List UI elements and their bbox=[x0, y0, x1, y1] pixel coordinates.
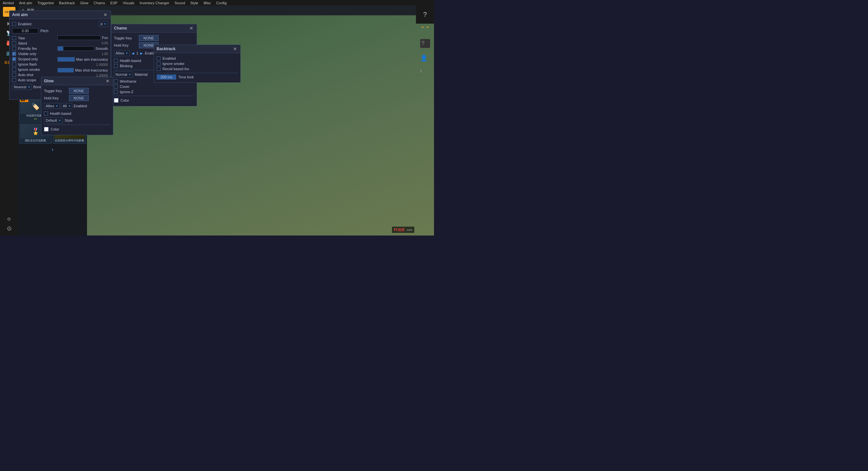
max-shot-fill bbox=[58, 68, 73, 72]
allies-label: Allies bbox=[116, 51, 124, 55]
blinking-checkbox[interactable] bbox=[114, 64, 118, 68]
menu-item-backtrack[interactable]: Backtrack bbox=[58, 1, 76, 5]
glow-allies-row: Allies ▼ All ▼ Enabled bbox=[44, 103, 110, 109]
max-shot-slider[interactable] bbox=[57, 68, 74, 72]
glow-default-label: Default bbox=[45, 119, 57, 122]
backtrack-window: Backtrack ✕ Enabled Ignore smoke Recoil … bbox=[154, 44, 241, 83]
max-aim-fill bbox=[58, 57, 74, 61]
user-icon[interactable]: 👤 bbox=[420, 55, 430, 62]
sidebar-power-icon[interactable]: ⏻ bbox=[3, 224, 15, 233]
scroll-right-arrow[interactable]: › bbox=[52, 146, 54, 153]
menu-item-inventory-changer[interactable]: Inventory Changer bbox=[138, 1, 171, 5]
yaw-checkbox[interactable] bbox=[12, 36, 16, 40]
glow-allies-dropdown[interactable]: Allies ▼ bbox=[44, 103, 60, 109]
recoil-fov-checkbox[interactable] bbox=[157, 67, 160, 71]
menu-item-aimbot[interactable]: Aimbot bbox=[1, 1, 15, 5]
glow-hold-key-button[interactable]: NONE bbox=[69, 95, 89, 101]
glow-style-dropdown[interactable]: Default ▼ bbox=[44, 117, 63, 123]
question-circle-icon[interactable]: ? bbox=[420, 39, 430, 48]
fov-slider[interactable] bbox=[57, 35, 101, 40]
color-swatch[interactable] bbox=[114, 98, 119, 103]
silent-checkbox[interactable] bbox=[12, 41, 16, 45]
backtrack-ignore-smoke-checkbox[interactable] bbox=[157, 62, 160, 66]
rank-icon[interactable]: ⌃⌃ bbox=[420, 25, 430, 32]
menu-item-anti-aim[interactable]: Anti aim bbox=[18, 1, 33, 5]
friendly-fire-label: Friendly fire bbox=[18, 46, 37, 51]
scoped-only-checkbox[interactable] bbox=[12, 57, 16, 61]
glow-close-button[interactable]: ✕ bbox=[105, 78, 110, 83]
chams-toggle-key-row: Toggle Key NONE bbox=[114, 35, 194, 41]
glow-all-label: All bbox=[63, 104, 67, 108]
next-arrow-button[interactable]: ▶ bbox=[140, 52, 143, 55]
max-aim-value: 1.00000 bbox=[57, 63, 108, 67]
antiaim-close-button[interactable]: ✕ bbox=[103, 12, 108, 18]
pitch-label: Pitch bbox=[40, 29, 48, 33]
menu-item-style[interactable]: Style bbox=[189, 1, 199, 5]
color-label: Color bbox=[121, 98, 129, 102]
right-icons: ⌃⌃ ? 👤 ℹ bbox=[420, 25, 430, 73]
ignore-smoke-checkbox[interactable] bbox=[12, 68, 16, 71]
glow-style-arrow-icon: ▼ bbox=[58, 119, 61, 122]
glow-health-based-checkbox[interactable] bbox=[44, 111, 48, 115]
chams-close-button[interactable]: ✕ bbox=[189, 26, 194, 31]
auto-scope-checkbox[interactable] bbox=[12, 78, 16, 82]
antiaim-titlebar[interactable]: Anti aim ✕ bbox=[9, 11, 111, 19]
info-icon[interactable]: ℹ bbox=[420, 68, 430, 73]
help-button[interactable]: ? bbox=[416, 6, 434, 24]
menu-item-visuals[interactable]: Visuals bbox=[121, 1, 135, 5]
ignore-smoke-label: Ignore smoke bbox=[18, 68, 40, 71]
wireframe-checkbox[interactable] bbox=[114, 79, 118, 83]
max-shot-row: Max shot inaccuracy bbox=[57, 68, 108, 72]
menu-bar: const menuData = JSON.parse(document.get… bbox=[0, 0, 434, 6]
friendly-fire-row: Friendly fire bbox=[12, 46, 55, 51]
glow-style-label: Style bbox=[65, 119, 72, 122]
menu-item-triggerbot[interactable]: Triggerbot bbox=[36, 1, 55, 5]
glow-titlebar[interactable]: Glow ✕ bbox=[41, 77, 113, 85]
ignore-smoke-row: Ignore smoke bbox=[12, 67, 55, 72]
chams-titlebar[interactable]: Chams ✕ bbox=[111, 24, 197, 32]
ignore-z-checkbox[interactable] bbox=[114, 90, 118, 94]
ignore-flash-checkbox[interactable] bbox=[12, 62, 16, 66]
chams-separator-2 bbox=[114, 96, 194, 96]
pitch-input[interactable] bbox=[12, 28, 38, 33]
glow-toggle-key-button[interactable]: NONE bbox=[69, 88, 89, 94]
backtrack-enabled-label: Enabled bbox=[162, 57, 176, 60]
glow-allies-label: Allies bbox=[45, 104, 54, 108]
time-limit-label: Time limit bbox=[178, 75, 194, 79]
glow-all-dropdown[interactable]: All ▼ bbox=[61, 103, 72, 109]
menu-item-sound[interactable]: Sound bbox=[173, 1, 186, 5]
menu-item-glow[interactable]: Glow bbox=[79, 1, 90, 5]
nearest-label: Nearest bbox=[14, 85, 27, 89]
menu-item-esp[interactable]: ESP bbox=[109, 1, 119, 5]
enabled-checkbox[interactable] bbox=[12, 22, 16, 26]
prev-arrow-button[interactable]: ◀ bbox=[132, 52, 134, 55]
toggle-key-button[interactable]: NONE bbox=[139, 35, 159, 41]
sidebar-settings-icon[interactable]: ⚙ bbox=[3, 214, 15, 224]
material-dropdown[interactable]: Normal ▼ bbox=[114, 71, 133, 77]
smooth-slider[interactable] bbox=[57, 46, 94, 51]
menu-item-misc[interactable]: Misc bbox=[202, 1, 212, 5]
friendly-fire-checkbox[interactable] bbox=[12, 46, 16, 51]
nearest-dropdown[interactable]: Nearest ▼ bbox=[12, 84, 32, 90]
menu-item-config[interactable]: Config bbox=[215, 1, 228, 5]
backtrack-enabled-checkbox[interactable] bbox=[157, 57, 160, 60]
backtrack-close-button[interactable]: ✕ bbox=[232, 46, 238, 52]
backtrack-titlebar[interactable]: Backtrack ✕ bbox=[154, 45, 240, 53]
time-limit-input[interactable] bbox=[157, 74, 176, 80]
toggle-key-label: Toggle Key bbox=[114, 36, 137, 40]
max-aim-slider[interactable] bbox=[57, 57, 75, 62]
menu-item-chams[interactable]: Chams bbox=[92, 1, 106, 5]
cover-label: Cover bbox=[120, 85, 129, 89]
visible-only-checkbox[interactable] bbox=[12, 52, 16, 56]
auto-shot-checkbox[interactable] bbox=[12, 73, 16, 77]
cover-checkbox[interactable] bbox=[114, 85, 118, 89]
allies-dropdown[interactable]: Allies ▼ bbox=[114, 50, 130, 56]
backtrack-ignore-smoke-row: Ignore smoke bbox=[157, 61, 238, 66]
scoped-only-label: Scoped only bbox=[18, 57, 38, 61]
smooth-label: Smooth bbox=[96, 46, 108, 51]
enabled-dropdown[interactable]: d ▼ bbox=[99, 21, 108, 27]
health-based-checkbox[interactable] bbox=[114, 59, 118, 63]
max-shot-label: Max shot inaccuracy bbox=[75, 68, 108, 72]
ignore-flash-label: Ignore flash bbox=[18, 62, 37, 66]
glow-color-swatch[interactable] bbox=[44, 127, 49, 132]
